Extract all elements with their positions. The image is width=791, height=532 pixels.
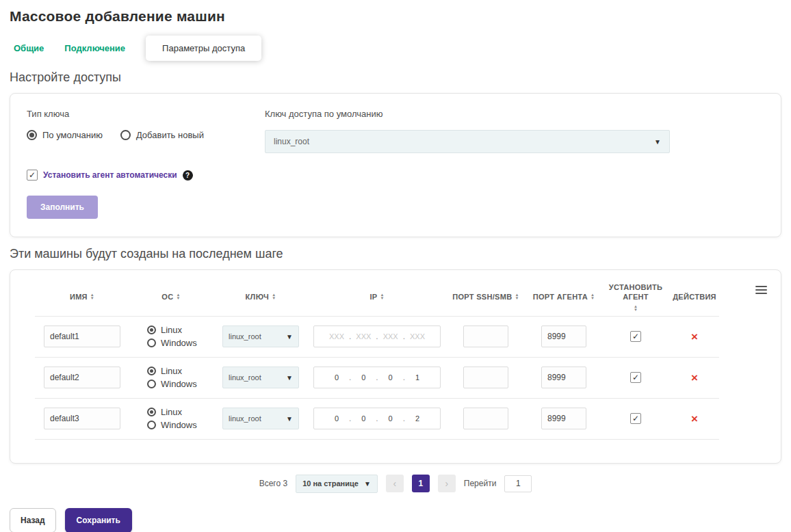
key-select[interactable]: linux_root ▼ (222, 325, 299, 347)
delete-row-icon[interactable]: × (691, 331, 698, 343)
next-page-button[interactable]: › (438, 475, 456, 492)
per-page-select-value: 10 на странице (302, 479, 359, 488)
header-install-agent-label: УСТАНОВИТЬ АГЕНТ (603, 282, 669, 302)
os-radio-windows[interactable]: Windows (147, 338, 197, 348)
ip-segment-input[interactable] (405, 332, 430, 341)
sort-icon[interactable]: ▲▼ (272, 293, 276, 300)
install-agent-checkbox[interactable]: ✓ (27, 170, 38, 181)
os-radio-linux[interactable]: Linux (147, 366, 182, 376)
radio-add-new-key-label: Добавить новый (136, 130, 204, 140)
tab-access-params[interactable]: Параметры доступа (146, 36, 261, 61)
ip-segment-input[interactable] (378, 373, 403, 382)
os-radio-linux[interactable]: Linux (147, 407, 182, 417)
ssh-port-input[interactable] (463, 325, 508, 347)
prev-page-button[interactable]: ‹ (386, 475, 404, 492)
default-key-select[interactable]: linux_root ▼ (265, 130, 670, 153)
ip-segment-input[interactable] (378, 414, 403, 423)
header-os-label: ОС (161, 292, 173, 302)
agent-port-input[interactable] (541, 408, 586, 429)
header-name: ИМЯ ▲▼ (35, 288, 129, 306)
radio-add-new-key[interactable]: Добавить новый (120, 130, 204, 140)
tab-general[interactable]: Общие (14, 36, 44, 60)
ip-segment-input[interactable] (351, 373, 376, 382)
sort-icon[interactable]: ▲▼ (515, 293, 519, 300)
key-select-value: linux_root (229, 332, 261, 341)
ip-input: . . . (313, 367, 441, 388)
os-option-label: Windows (161, 338, 197, 348)
header-agent-port: ПОРТ АГЕНТА ▲▼ (526, 288, 601, 306)
ip-segment-input[interactable] (405, 414, 430, 423)
save-button[interactable]: Сохранить (65, 508, 132, 532)
ip-segment-input[interactable] (351, 414, 376, 423)
header-name-label: ИМЯ (70, 292, 88, 302)
install-agent-row-checkbox[interactable]: ✓ (630, 413, 641, 424)
goto-page-input[interactable] (504, 475, 532, 492)
footer-actions: Назад Сохранить (10, 508, 781, 532)
back-button[interactable]: Назад (10, 508, 56, 532)
key-type-radio-group: По умолчанию Добавить новый (27, 130, 232, 140)
ip-segment-input[interactable] (405, 373, 430, 382)
install-agent-label: Установить агент автоматически (43, 170, 177, 180)
ip-segment-input[interactable] (324, 373, 349, 382)
chevron-down-icon: ▼ (654, 138, 661, 146)
key-select[interactable]: linux_root ▼ (222, 408, 299, 429)
sort-icon[interactable]: ▲▼ (380, 293, 384, 300)
os-option-label: Windows (161, 379, 197, 389)
table-menu-icon[interactable] (755, 284, 767, 296)
os-option-label: Linux (161, 407, 182, 417)
ip-segment-input[interactable] (378, 332, 403, 341)
radio-default-key[interactable]: По умолчанию (27, 130, 103, 140)
delete-row-icon[interactable]: × (691, 413, 698, 425)
delete-row-icon[interactable]: × (691, 372, 698, 384)
machines-table-card: ИМЯ ▲▼ ОС ▲▼ КЛЮЧ ▲▼ IP ▲▼ ПОРТ SSH/SMB (10, 269, 781, 464)
per-page-select[interactable]: 10 на странице ▼ (296, 475, 378, 493)
pagination-total: Всего 3 (259, 479, 287, 488)
os-radio-windows[interactable]: Windows (147, 420, 197, 430)
os-option-label: Linux (161, 325, 182, 335)
radio-icon (147, 380, 156, 388)
help-icon[interactable]: ? (183, 170, 193, 181)
chevron-down-icon: ▼ (286, 415, 293, 423)
machine-name-input[interactable] (44, 325, 120, 347)
page-1-button[interactable]: 1 (412, 475, 430, 492)
machine-name-input[interactable] (44, 367, 120, 388)
ip-input: . . . (313, 408, 441, 429)
ssh-port-input[interactable] (463, 367, 508, 388)
ip-segment-input[interactable] (324, 332, 349, 341)
install-agent-row-checkbox[interactable]: ✓ (630, 372, 641, 383)
table-row: Linux Windows linux_root ▼ (35, 317, 719, 358)
key-select-value: linux_root (229, 414, 261, 423)
agent-port-input[interactable] (541, 367, 586, 388)
agent-port-input[interactable] (541, 325, 586, 347)
radio-icon (147, 367, 156, 375)
machine-name-input[interactable] (44, 408, 120, 429)
os-option-label: Windows (161, 420, 197, 430)
machines-section-heading: Эти машины будут созданы на последнем ша… (10, 247, 781, 261)
radio-icon (147, 408, 156, 416)
os-radio-windows[interactable]: Windows (147, 379, 197, 389)
radio-icon (120, 130, 131, 140)
sort-icon[interactable]: ▲▼ (176, 293, 180, 300)
ip-segment-input[interactable] (324, 414, 349, 423)
radio-icon (147, 421, 156, 429)
install-agent-row-checkbox[interactable]: ✓ (630, 331, 641, 342)
header-actions: ДЕЙСТВИЯ (670, 288, 719, 306)
access-section-heading: Настройте доступы (10, 70, 781, 85)
tab-connection[interactable]: Подключение (64, 36, 125, 60)
header-actions-label: ДЕЙСТВИЯ (673, 292, 716, 302)
access-settings-card: Тип ключа По умолчанию Добавить новый Кл… (10, 93, 781, 237)
header-os: ОС ▲▼ (129, 288, 213, 306)
goto-page-label: Перейти (464, 479, 497, 488)
fill-button[interactable]: Заполнить (27, 196, 98, 219)
header-ip: IP ▲▼ (309, 288, 445, 306)
ip-input: . . . (313, 325, 441, 347)
os-radio-linux[interactable]: Linux (147, 325, 182, 335)
ip-segment-input[interactable] (351, 332, 376, 341)
sort-icon[interactable]: ▲▼ (634, 305, 638, 312)
sort-icon[interactable]: ▲▼ (591, 293, 595, 300)
key-select[interactable]: linux_root ▼ (222, 367, 299, 388)
chevron-down-icon: ▼ (286, 374, 293, 382)
default-key-select-value: linux_root (274, 137, 309, 146)
ssh-port-input[interactable] (463, 408, 508, 429)
sort-icon[interactable]: ▲▼ (90, 293, 94, 300)
